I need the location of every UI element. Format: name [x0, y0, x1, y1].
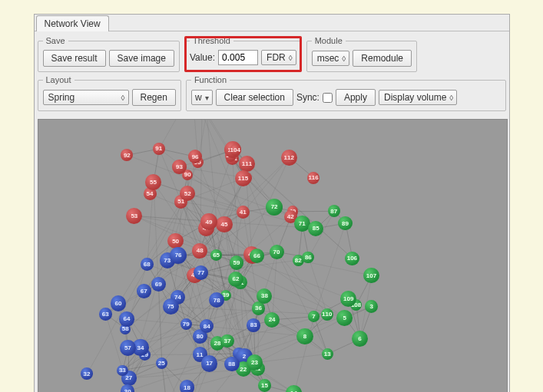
graph-node[interactable]: 83	[247, 318, 260, 332]
svg-line-199	[134, 216, 207, 228]
graph-node[interactable]: 17	[201, 355, 218, 372]
graph-node[interactable]: 15	[258, 379, 271, 392]
app-window: Network View Save Save result Save image…	[34, 14, 510, 392]
regen-button[interactable]: Regen	[132, 89, 176, 106]
svg-line-48	[255, 354, 328, 362]
threshold-method-value: FDR	[267, 52, 286, 63]
group-layout-legend: Layout	[43, 75, 74, 84]
threshold-method-select[interactable]: FDR ◊	[261, 50, 296, 65]
graph-node[interactable]: 8	[296, 328, 313, 344]
graph-node[interactable]: 69	[151, 277, 166, 292]
layout-select[interactable]: Spring ◊	[43, 90, 129, 105]
canvas-wrap: 1235678111314151718192021222324252627282…	[38, 119, 506, 392]
graph-node[interactable]: 25	[156, 357, 167, 369]
apply-button[interactable]: Apply	[336, 89, 376, 106]
chevron-updown-icon: ◊	[342, 54, 346, 63]
graph-node[interactable]: 64	[119, 311, 134, 326]
tab-network-view[interactable]: Network View	[36, 15, 109, 31]
group-save-legend: Save	[43, 36, 68, 45]
svg-line-135	[227, 279, 236, 341]
clear-selection-button[interactable]: Clear selection	[216, 89, 293, 106]
svg-line-223	[159, 149, 181, 202]
group-function: Function w ▾ Clear selection Sync: Apply…	[186, 75, 506, 111]
graph-node[interactable]: 70	[270, 245, 284, 259]
graph-node[interactable]: 93	[172, 160, 186, 173]
graph-node[interactable]: 106	[345, 252, 359, 265]
layout-select-value: Spring	[48, 92, 75, 103]
network-canvas[interactable]: 1235678111314151718192021222324252627282…	[38, 119, 508, 392]
graph-node[interactable]: 53	[126, 208, 142, 224]
graph-node[interactable]: 116	[307, 172, 320, 184]
group-layout: Layout Spring ◊ Regen	[38, 75, 181, 111]
graph-node[interactable]: 57	[120, 340, 135, 355]
sync-checkbox[interactable]	[323, 93, 333, 103]
sync-label: Sync:	[296, 92, 320, 103]
graph-node[interactable]: 115	[235, 170, 251, 186]
graph-node[interactable]: 37	[220, 334, 234, 348]
display-volume-select[interactable]: Display volume ◊	[379, 90, 457, 105]
graph-node[interactable]: 24	[264, 312, 280, 328]
graph-node[interactable]: 88	[224, 357, 240, 372]
graph-node[interactable]: 110	[321, 308, 333, 321]
graph-node[interactable]: 13	[322, 348, 333, 360]
graph-node[interactable]: 79	[180, 318, 192, 330]
graph-node[interactable]: 5	[336, 310, 353, 326]
graph-node[interactable]: 107	[363, 268, 379, 283]
graph-node[interactable]: 68	[141, 258, 154, 271]
graph-node[interactable]: 89	[338, 216, 353, 231]
graph-node[interactable]: 72	[266, 199, 283, 216]
graph-node[interactable]: 48	[192, 243, 207, 259]
graph-node[interactable]: 67	[137, 284, 151, 298]
tabbar: Network View	[35, 15, 509, 31]
graph-node[interactable]: 7	[308, 311, 320, 322]
chevron-down-icon: ▾	[205, 94, 209, 102]
graph-node[interactable]: 45	[216, 216, 232, 232]
graph-node[interactable]: 85	[308, 221, 323, 236]
graph-node[interactable]: 32	[81, 367, 93, 380]
group-save: Save Save result Save image	[38, 36, 180, 72]
tab-label: Network View	[45, 18, 101, 29]
graph-node[interactable]: 18	[180, 380, 195, 392]
svg-line-96	[158, 284, 161, 363]
graph-node[interactable]: 77	[194, 265, 208, 280]
graph-node[interactable]: 55	[145, 174, 161, 190]
group-threshold: Threshold Value: FDR ◊	[184, 36, 302, 72]
graph-node[interactable]: 104	[230, 144, 241, 156]
svg-line-89	[272, 252, 276, 319]
toolbar: Save Save result Save image Threshold Va…	[35, 31, 509, 117]
module-unit-value: msec	[317, 53, 339, 64]
graph-node[interactable]: 65	[210, 249, 222, 261]
svg-line-59	[129, 364, 210, 378]
remodule-button[interactable]: Remodule	[353, 50, 412, 67]
threshold-value-input[interactable]	[218, 50, 258, 65]
graph-node[interactable]: 91	[153, 143, 165, 155]
graph-node[interactable]: 75	[163, 298, 179, 315]
chevron-updown-icon: ◊	[449, 94, 453, 102]
sync-checkbox-wrap[interactable]: Sync:	[296, 92, 333, 103]
graph-node[interactable]: 76	[170, 247, 187, 264]
group-module-legend: Module	[312, 36, 346, 45]
save-image-button[interactable]: Save image	[109, 50, 174, 67]
save-result-button[interactable]: Save result	[43, 50, 106, 67]
display-volume-value: Display volume	[384, 92, 446, 103]
chevron-updown-icon: ◊	[121, 94, 125, 102]
graph-node[interactable]: 59	[230, 255, 243, 269]
graph-node[interactable]: 63	[99, 308, 112, 321]
graph-node[interactable]: 111	[239, 156, 255, 172]
weight-select[interactable]: w ▾	[191, 90, 213, 105]
module-unit-select[interactable]: msec ◊	[312, 51, 350, 66]
graph-node[interactable]: 41	[237, 206, 250, 219]
threshold-value-label: Value:	[190, 52, 215, 63]
weight-select-value: w	[195, 92, 202, 103]
graph-node[interactable]: 112	[281, 150, 297, 166]
group-function-legend: Function	[191, 75, 230, 84]
group-threshold-legend: Threshold	[190, 36, 233, 45]
chevron-updown-icon: ◊	[289, 54, 293, 62]
graph-node[interactable]: 49	[200, 213, 217, 230]
graph-node[interactable]: 30	[121, 384, 134, 392]
svg-line-44	[145, 354, 200, 355]
group-module: Module msec ◊ Remodule	[306, 36, 417, 72]
graph-node[interactable]: 33	[117, 365, 128, 377]
